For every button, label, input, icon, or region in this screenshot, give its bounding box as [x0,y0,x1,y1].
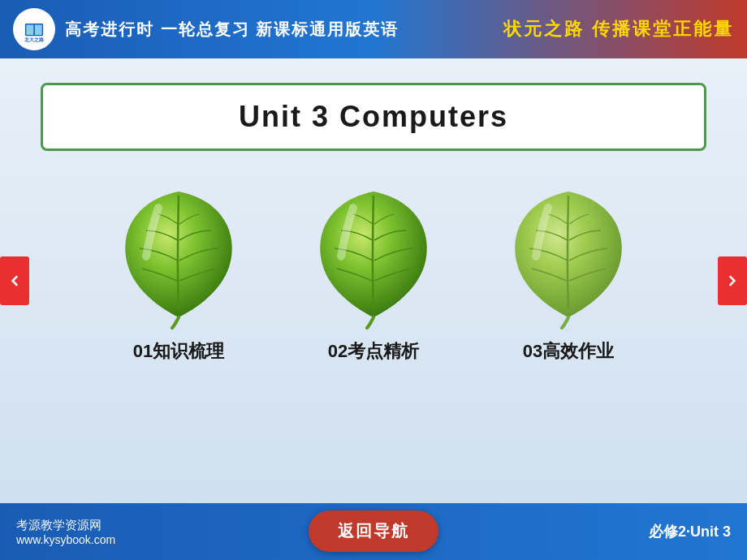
footer: 考源教学资源网 www.kysybook.com 第2页 返回导航 必修2·Un… [0,503,747,560]
footer-site-name: 考源教学资源网 [16,518,328,533]
leaf-label-3: 03高效作业 [523,339,614,364]
leaf-item-2[interactable]: 02考点精析 [309,183,438,364]
footer-nav-button[interactable]: 返回导航 [309,510,438,552]
svg-rect-2 [26,24,34,34]
leaf-item-1[interactable]: 01知识梳理 [114,183,244,364]
svg-text:北大之路: 北大之路 [24,37,45,42]
title-text: Unit 3 Computers [239,100,508,133]
leaf-icon-2 [309,183,438,330]
nav-arrow-right[interactable] [718,256,747,305]
leaf-item-3[interactable]: 03高效作业 [503,183,633,364]
leaf-icon-3 [503,183,633,330]
svg-rect-3 [35,24,42,34]
title-box: Unit 3 Computers [41,83,706,151]
footer-left: 考源教学资源网 www.kysybook.com [0,518,328,546]
header-left: 北大之路 高考进行时 一轮总复习 新课标通用版英语 [13,8,399,50]
footer-site-url: www.kysybook.com [16,533,328,546]
leaf-icon-1 [114,183,244,330]
header-subtitle: 高考进行时 一轮总复习 新课标通用版英语 [65,19,399,41]
header-right-text: 状元之路 传播课堂正能量 [503,17,734,41]
main-content: Unit 3 Computers [0,58,747,503]
logo: 北大之路 [13,8,55,50]
footer-unit-label: 必修2·Unit 3 [419,522,747,541]
leaf-label-1: 01知识梳理 [133,339,224,364]
nav-arrow-left[interactable] [0,256,29,305]
leaf-items-container: 01知识梳理 [16,183,731,364]
leaf-label-2: 02考点精析 [328,339,419,364]
header: 北大之路 高考进行时 一轮总复习 新课标通用版英语 状元之路 传播课堂正能量 [0,0,747,58]
